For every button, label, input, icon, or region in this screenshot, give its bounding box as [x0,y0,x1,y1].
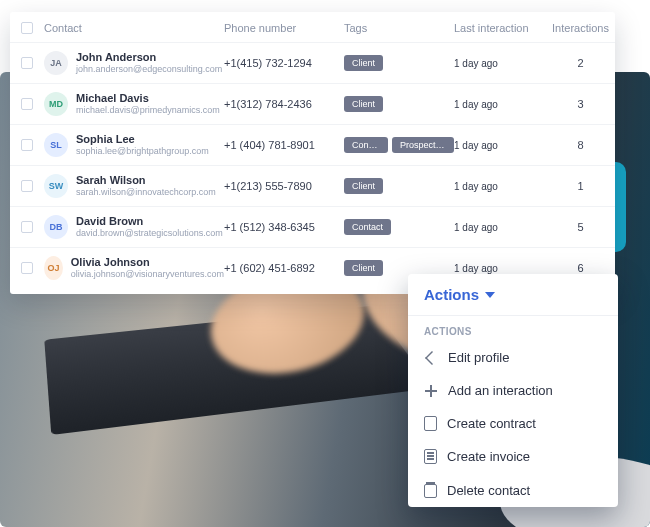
phone-number: +1(213) 555-7890 [224,180,344,192]
avatar: MD [44,92,68,116]
action-create-invoice[interactable]: Create invoice [408,440,618,473]
interactions-count: 6 [546,262,615,274]
last-interaction: 1 day ago [454,263,546,274]
table-row[interactable]: SLSophia Leesophia.lee@brightpathgroup.c… [10,124,615,165]
actions-button-label: Actions [424,286,479,303]
action-add-an-interaction[interactable]: Add an interaction [408,374,618,407]
contact-email: sophia.lee@brightpathgroup.com [76,146,209,157]
phone-number: +1(312) 784-2436 [224,98,344,110]
avatar: DB [44,215,68,239]
contact-name: Sophia Lee [76,133,209,146]
tags-cell: Client [344,96,454,112]
interactions-count: 8 [546,139,615,151]
interactions-count: 2 [546,57,615,69]
contact-email: michael.davis@primedynamics.com [76,105,220,116]
contact-name: Michael Davis [76,92,220,105]
contact-name: David Brown [76,215,223,228]
interactions-count: 5 [546,221,615,233]
contact-name: John Anderson [76,51,222,64]
interactions-count: 3 [546,98,615,110]
tags-cell: Contact [344,219,454,235]
plus-icon [424,384,438,398]
select-all-checkbox[interactable] [21,22,33,34]
tag-pill: Client [344,55,383,71]
tag-pill: Client [344,96,383,112]
row-checkbox[interactable] [21,139,33,151]
pen-icon [424,351,438,365]
avatar: SL [44,133,68,157]
action-item-label: Edit profile [448,350,509,365]
interactions-count: 1 [546,180,615,192]
avatar: JA [44,51,68,75]
row-checkbox[interactable] [21,221,33,233]
tag-pill: Contact [344,219,391,235]
contact-email: olivia.johnson@visionaryventures.com [71,269,224,280]
action-item-label: Create contract [447,416,536,431]
table-row[interactable]: DBDavid Browndavid.brown@strategicsoluti… [10,206,615,247]
avatar: OJ [44,256,63,280]
phone-number: +1 (512) 348-6345 [224,221,344,233]
last-interaction: 1 day ago [454,222,546,233]
action-edit-profile[interactable]: Edit profile [408,341,618,374]
row-checkbox[interactable] [21,180,33,192]
actions-section-label: ACTIONS [408,316,618,341]
avatar: SW [44,174,68,198]
col-phone: Phone number [224,22,344,34]
action-item-label: Delete contact [447,483,530,498]
phone-number: +1 (404) 781-8901 [224,139,344,151]
table-row[interactable]: MDMichael Davismichael.davis@primedynami… [10,83,615,124]
last-interaction: 1 day ago [454,99,546,110]
tag-pill: Client [344,178,383,194]
invoice-icon [424,449,437,464]
tag-pill: Contact [344,137,388,153]
contact-email: david.brown@strategicsolutions.com [76,228,223,239]
actions-menu: Actions ACTIONS Edit profileAdd an inter… [408,274,618,507]
last-interaction: 1 day ago [454,181,546,192]
tags-cell: Client [344,178,454,194]
row-checkbox[interactable] [21,57,33,69]
doc-icon [424,416,437,431]
table-header: Contact Phone number Tags Last interacti… [10,12,615,42]
col-tags: Tags [344,22,454,34]
table-row[interactable]: JAJohn Andersonjohn.anderson@edgeconsult… [10,42,615,83]
last-interaction: 1 day ago [454,58,546,69]
actions-button[interactable]: Actions [408,274,618,316]
contact-email: sarah.wilson@innovatechcorp.com [76,187,216,198]
tags-cell: Client [344,55,454,71]
trash-icon [424,484,437,498]
action-delete-contact[interactable]: Delete contact [408,473,618,507]
col-last: Last interaction [454,22,546,34]
contact-name: Olivia Johnson [71,256,224,269]
col-contact: Contact [44,22,224,34]
row-checkbox[interactable] [21,262,33,274]
last-interaction: 1 day ago [454,140,546,151]
phone-number: +1 (602) 451-6892 [224,262,344,274]
tags-cell: ContactProspectiv… [344,137,454,153]
contact-name: Sarah Wilson [76,174,216,187]
tag-pill: Client [344,260,383,276]
col-interactions: Interactions [546,22,615,34]
tag-pill: Prospectiv… [392,137,454,153]
row-checkbox[interactable] [21,98,33,110]
contact-email: john.anderson@edgeconsulting.com [76,64,222,75]
table-row[interactable]: SWSarah Wilsonsarah.wilson@innovatechcor… [10,165,615,206]
action-item-label: Create invoice [447,449,530,464]
table-body: JAJohn Andersonjohn.anderson@edgeconsult… [10,42,615,288]
action-create-contract[interactable]: Create contract [408,407,618,440]
action-item-label: Add an interaction [448,383,553,398]
phone-number: +1(415) 732-1294 [224,57,344,69]
contacts-table-card: Contact Phone number Tags Last interacti… [10,12,615,294]
chevron-down-icon [485,292,495,298]
